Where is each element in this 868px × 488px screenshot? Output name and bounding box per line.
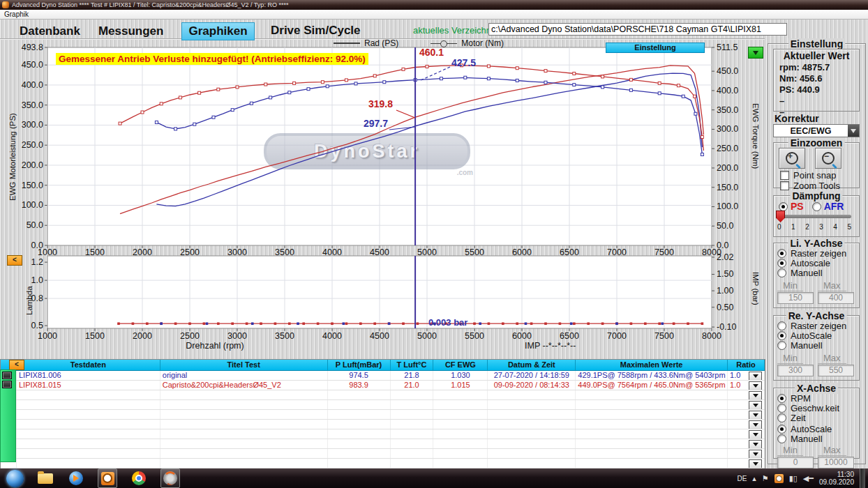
svg-text:450.0: 450.0 bbox=[717, 66, 738, 76]
column-header-2[interactable]: Titel Test bbox=[160, 360, 328, 370]
column-header-4[interactable]: T Luft°C bbox=[391, 360, 434, 370]
ratio-dropdown-button[interactable] bbox=[749, 420, 762, 429]
li-y-manuell-radio[interactable] bbox=[777, 268, 786, 277]
network-icon[interactable]: ▮▯ bbox=[789, 474, 798, 483]
re-y-max-input[interactable]: 550 bbox=[818, 365, 854, 376]
svg-text:8000: 8000 bbox=[702, 331, 721, 341]
li-y-raster-zeigen-radio[interactable] bbox=[777, 249, 786, 258]
flag-icon[interactable]: ⚑ bbox=[762, 474, 769, 483]
tab-graphiken[interactable]: Graphiken bbox=[181, 22, 254, 40]
li-y-min-input[interactable]: 150 bbox=[777, 292, 814, 304]
ratio-dropdown-button[interactable] bbox=[749, 459, 762, 468]
column-header-6[interactable]: Datum & Zeit bbox=[488, 360, 576, 370]
svg-text:8000: 8000 bbox=[702, 247, 721, 257]
column-header-7[interactable]: Maximalen Werte bbox=[576, 360, 728, 370]
svg-text:50.0: 50.0 bbox=[27, 220, 43, 230]
clock[interactable]: 11:30 09.09.2020 bbox=[819, 471, 854, 486]
directory-input[interactable] bbox=[488, 23, 787, 36]
svg-text:6500: 6500 bbox=[560, 331, 579, 341]
folder-icon bbox=[38, 473, 53, 484]
tab-messungen[interactable]: Messungen bbox=[98, 24, 164, 38]
ratio-dropdown-button[interactable] bbox=[749, 450, 762, 458]
zoom-in-button[interactable]: + bbox=[779, 148, 805, 169]
svg-text:460.1: 460.1 bbox=[419, 47, 444, 58]
table-row[interactable] bbox=[1, 429, 765, 439]
x-zeit-radio[interactable] bbox=[777, 413, 786, 422]
taskbar-dyno-app-button[interactable] bbox=[160, 468, 180, 488]
ratio-dropdown-button[interactable] bbox=[749, 391, 762, 399]
x-max-input[interactable]: 10000 bbox=[818, 457, 854, 468]
column-header-3[interactable]: P Luft(mBar) bbox=[328, 360, 391, 370]
x-axis-title: Drehzahl (rpm) bbox=[166, 341, 264, 351]
x-geschw-keit-radio[interactable] bbox=[777, 404, 786, 413]
table-row[interactable] bbox=[1, 420, 765, 429]
x-min-input[interactable]: 0 bbox=[777, 457, 814, 468]
svg-text:1.2: 1.2 bbox=[31, 257, 43, 267]
table-row[interactable] bbox=[1, 400, 765, 410]
taskbar-chrome-button[interactable] bbox=[130, 469, 148, 487]
table-row[interactable] bbox=[1, 390, 765, 400]
ratio-dropdown-button[interactable] bbox=[749, 381, 762, 390]
column-header-8[interactable]: Ratio bbox=[728, 360, 765, 370]
re-y-manuell-radio[interactable] bbox=[777, 341, 786, 350]
ratio-dropdown-button[interactable] bbox=[749, 411, 762, 419]
li-y-max-input[interactable]: 400 bbox=[818, 292, 854, 304]
re-y-autoscale-radio[interactable] bbox=[777, 331, 786, 340]
menu-graphik[interactable]: Graphik bbox=[4, 10, 29, 18]
taskbar-explorer-button[interactable] bbox=[36, 469, 54, 487]
ratio-dropdown-button[interactable] bbox=[749, 430, 762, 439]
row-select-icon[interactable] bbox=[2, 372, 12, 379]
x-scale-manuell-radio[interactable] bbox=[777, 434, 786, 443]
svg-text:250.0: 250.0 bbox=[22, 140, 43, 150]
korrektur-select[interactable]: EEC/EWG bbox=[773, 124, 860, 137]
table-row[interactable] bbox=[1, 449, 765, 459]
x-scale-autoscale-radio[interactable] bbox=[777, 425, 786, 434]
svg-text:350.0: 350.0 bbox=[22, 100, 43, 110]
table-row[interactable] bbox=[1, 439, 765, 449]
option-point-snap-checkbox[interactable] bbox=[780, 171, 789, 180]
collapse-lower-chart-button[interactable]: < bbox=[7, 255, 22, 266]
table-row[interactable] bbox=[1, 459, 765, 468]
taskbar-orange-app-button[interactable] bbox=[98, 468, 117, 488]
svg-text:0.003 bar: 0.003 bar bbox=[428, 317, 467, 328]
damping-afr-radio[interactable] bbox=[812, 202, 821, 211]
column-header-5[interactable]: CF EWG bbox=[433, 360, 488, 370]
column-header-1[interactable]: Testdaten bbox=[17, 360, 160, 370]
re-y-raster-zeigen-radio[interactable] bbox=[777, 321, 786, 330]
tab-datenbank[interactable]: Datenbank bbox=[20, 24, 80, 38]
tray-expand-icon[interactable]: ▴ bbox=[752, 474, 756, 483]
svg-text:1.50: 1.50 bbox=[717, 269, 733, 279]
svg-text:0.0: 0.0 bbox=[31, 241, 43, 250]
x-zeit-label: Zeit bbox=[791, 413, 806, 423]
tab-drive-sim-cycle[interactable]: Drive Sim/Cycle bbox=[271, 24, 361, 38]
collapse-table-button[interactable]: < bbox=[9, 360, 24, 370]
row-select-icon[interactable] bbox=[2, 381, 12, 388]
svg-text:1.00: 1.00 bbox=[717, 286, 733, 296]
ratio-dropdown-button[interactable] bbox=[749, 401, 762, 409]
zoom-out-button[interactable]: − bbox=[815, 148, 841, 169]
watermark-suffix: .com bbox=[457, 169, 473, 176]
table-row[interactable] bbox=[1, 410, 765, 420]
ratio-dropdown-button[interactable] bbox=[749, 372, 762, 380]
einstellung-button[interactable]: Einstellung bbox=[606, 43, 705, 53]
ratio-dropdown-button[interactable] bbox=[749, 440, 762, 448]
option-zoom-tools-checkbox[interactable] bbox=[780, 181, 789, 190]
table-row[interactable]: LIPIX81.006original974.521.81.03027-07-2… bbox=[1, 371, 765, 381]
taskbar-mediaplayer-button[interactable] bbox=[67, 469, 85, 487]
damping-slider-track[interactable] bbox=[779, 215, 851, 218]
table-row[interactable]: LIPIX81.015Capristo&200cpi&HeadersØ45_V2… bbox=[1, 381, 765, 390]
start-button[interactable] bbox=[6, 470, 24, 487]
damping-ps-radio[interactable] bbox=[779, 202, 788, 211]
tray-clock-icon[interactable] bbox=[775, 474, 784, 483]
axis-dropdown-button[interactable] bbox=[748, 47, 763, 59]
x-rpm-radio[interactable] bbox=[777, 394, 786, 403]
einzoomen-group-title: Einzoomen bbox=[788, 137, 845, 148]
show-desktop-button[interactable] bbox=[860, 468, 865, 488]
re-y-min-input[interactable]: 300 bbox=[777, 365, 814, 376]
speaker-icon[interactable]: ◀━ bbox=[803, 474, 814, 483]
language-indicator[interactable]: DE bbox=[737, 475, 747, 482]
chevron-down-icon[interactable] bbox=[848, 125, 859, 137]
li-y-autoscale-radio[interactable] bbox=[777, 259, 786, 268]
current-value-line-0: rpm: 4875.7 bbox=[779, 62, 859, 73]
test-data-table[interactable]: TestdatenTitel TestP Luft(mBar)T Luft°CC… bbox=[0, 359, 765, 469]
